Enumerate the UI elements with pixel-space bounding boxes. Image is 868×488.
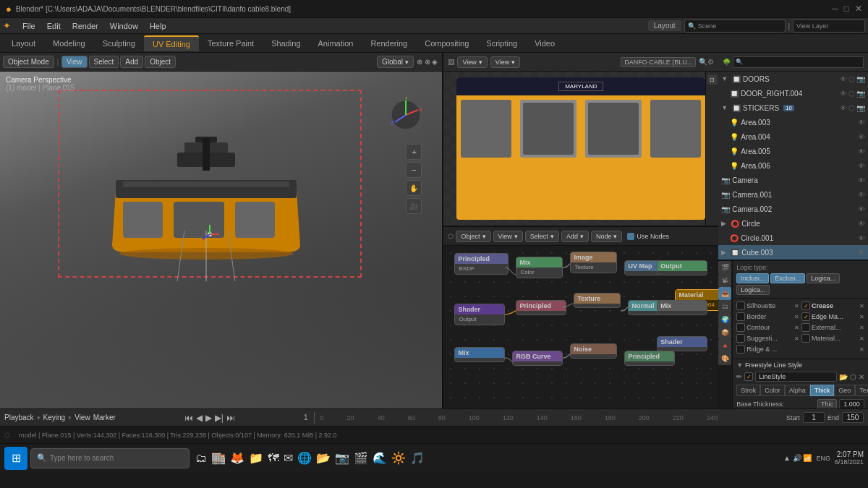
tab-animation[interactable]: Animation	[310, 36, 362, 51]
tab-modeling[interactable]: Modeling	[44, 36, 94, 51]
outliner-item-area003[interactable]: 💡 Area.003 👁	[718, 115, 868, 129]
node-box-right1[interactable]: Output	[657, 260, 707, 275]
eye-icon-c1[interactable]: 👁	[858, 191, 865, 199]
view-timeline[interactable]: View	[75, 414, 90, 421]
tab-compositing[interactable]: Compositing	[416, 36, 477, 51]
border-x[interactable]: ✕	[794, 314, 799, 320]
view-layer-search[interactable]: View Layer	[793, 20, 865, 33]
taskbar-task-icon[interactable]: 🗂	[195, 452, 207, 465]
external-checkbox[interactable]	[801, 323, 810, 332]
eye-icon-doors[interactable]: 👁	[840, 75, 847, 83]
outliner-item-stickers[interactable]: ▼ 🔲 STICKERS 10 👁⬡📷	[718, 100, 868, 115]
eye-icon-a5[interactable]: 👁	[858, 147, 865, 155]
edgema-checkbox[interactable]	[801, 312, 810, 321]
taskbar-files-icon[interactable]: 📂	[316, 451, 331, 465]
scene-search[interactable]: 🔍 Scene	[684, 20, 786, 33]
outliner-item-doors[interactable]: ▼ 🔲 DOORS 👁 ⬡ 📷	[718, 72, 868, 86]
lst-tab-alpha[interactable]: Alpha	[785, 385, 810, 396]
play-btn[interactable]: ▶	[205, 413, 212, 423]
node-box-12[interactable]: Principled	[624, 351, 675, 366]
eye-icon-c2[interactable]: 👁	[858, 205, 865, 213]
outliner-item-camera002[interactable]: 📷 Camera.002 👁	[718, 202, 868, 216]
node-box-7[interactable]: Texture	[574, 293, 621, 308]
lang-indicator[interactable]: ENG	[816, 455, 830, 462]
taskbar-edge-icon[interactable]: 🌊	[373, 451, 387, 465]
outliner-item-area004[interactable]: 💡 Area.004 👁	[718, 129, 868, 144]
node-box-3[interactable]: Image Texture	[570, 252, 617, 273]
base-thickness-val[interactable]: 1.000	[839, 399, 864, 408]
tab-sculpting[interactable]: Sculpting	[94, 36, 144, 51]
view-dropdown-uv[interactable]: View	[457, 56, 487, 68]
prop-scene-icon[interactable]: 🎬	[718, 261, 731, 274]
arrow-icon-dr[interactable]: ⬡	[848, 90, 855, 98]
cursor-icon-doors[interactable]: ⬡	[848, 75, 855, 83]
linestyle-x-btn[interactable]: ✕	[859, 373, 864, 381]
prop-mesh-icon[interactable]: 🔺	[718, 339, 731, 352]
lst-tab-textu[interactable]: Textu	[855, 385, 868, 396]
node-box-9[interactable]: Mix	[454, 347, 505, 362]
object-dropdown-node[interactable]: Object	[456, 231, 490, 242]
ridge-x[interactable]: ✕	[859, 346, 864, 353]
tag-logica2[interactable]: Logica...	[736, 285, 770, 295]
outliner-item-camera001[interactable]: 📷 Camera.001 👁	[718, 187, 868, 202]
add-btn[interactable]: Add	[120, 56, 143, 68]
object-btn-3d[interactable]: Object	[145, 56, 176, 68]
pan-btn[interactable]: ✋	[406, 180, 422, 196]
prop-material-icon[interactable]: 🎨	[718, 352, 731, 365]
node-box-right3[interactable]: Shader	[657, 336, 707, 351]
select-btn[interactable]: Select	[89, 56, 119, 68]
next-frame-btn[interactable]: ▶|	[215, 413, 224, 423]
prev-frame-btn[interactable]: ◀	[196, 413, 203, 423]
cam-icon-dr[interactable]: 📷	[856, 90, 865, 98]
menu-help[interactable]: Help	[144, 20, 172, 32]
image-name[interactable]: DANFO CABLE (BLU...	[621, 57, 696, 67]
node-dropdown-node[interactable]: Node	[591, 231, 623, 242]
taskbar-mail-icon[interactable]: ✉	[284, 451, 293, 465]
eye-icon-a4[interactable]: 👁	[858, 133, 865, 141]
material-checkbox[interactable]	[801, 334, 810, 343]
tag-inclusi[interactable]: Inclusi...	[736, 273, 769, 283]
eye-icon-cu3[interactable]: 👁	[858, 249, 865, 257]
node-box-6[interactable]: Principled	[516, 300, 566, 315]
maximize-btn[interactable]: □	[844, 4, 849, 14]
end-frame[interactable]: 150	[842, 412, 864, 423]
node-box-right2[interactable]: Mix	[657, 300, 707, 315]
tab-scripting[interactable]: Scripting	[477, 36, 526, 51]
prop-object-icon[interactable]: 📦	[718, 326, 731, 339]
select-dropdown-node[interactable]: Select	[525, 231, 559, 242]
tab-video[interactable]: Video	[526, 36, 563, 51]
tab-layout[interactable]: Layout	[3, 36, 44, 51]
render-icon-doors[interactable]: 📷	[856, 75, 865, 83]
eye-icon-a3[interactable]: 👁	[858, 119, 865, 127]
silhouette-checkbox[interactable]	[736, 301, 745, 310]
cam-icon-st[interactable]: 📷	[856, 104, 865, 112]
zoom-out-btn[interactable]: −	[406, 162, 422, 178]
node-box-10[interactable]: RGB Curve	[512, 351, 563, 366]
close-btn[interactable]: ✕	[855, 4, 862, 14]
use-nodes-checkbox[interactable]	[627, 233, 634, 240]
add-dropdown-node[interactable]: Add	[561, 231, 589, 242]
crease-checkbox[interactable]	[801, 301, 810, 310]
eye-icon-ci[interactable]: 👁	[858, 220, 865, 228]
node-box-5[interactable]: Shader Output	[454, 304, 505, 325]
outliner-item-cube003[interactable]: ▶ 🔲 Cube.003 👁	[718, 245, 868, 260]
tab-uv-editing[interactable]: UV Editing	[144, 35, 199, 51]
linestyle-name-field[interactable]: LineStyle	[755, 372, 837, 382]
border-checkbox[interactable]	[736, 312, 745, 321]
menu-window[interactable]: Window	[104, 20, 144, 32]
zoom-fit-btn[interactable]: ⊡	[707, 74, 718, 85]
outliner-item-area006[interactable]: 💡 Area.006 👁	[718, 158, 868, 173]
view-dropdown2-uv[interactable]: View	[490, 56, 520, 68]
taskbar-search[interactable]: 🔍 Type here to search	[30, 448, 190, 468]
tag-logica1[interactable]: Logica...	[807, 273, 840, 283]
linestyle-copy-icon[interactable]: ⬡	[850, 373, 856, 381]
edgema-x[interactable]: ✕	[859, 314, 864, 320]
silhouette-x[interactable]: ✕	[794, 303, 799, 309]
outliner-item-door-right[interactable]: 🔲 DOOR_RIGHT.004 👁⬡📷	[718, 86, 868, 100]
prop-output-icon[interactable]: 📤	[718, 287, 731, 300]
arrow-icon-st[interactable]: ⬡	[848, 104, 855, 112]
taskbar-store-icon[interactable]: 🏬	[211, 451, 226, 465]
outliner-item-camera[interactable]: 📷 Camera 👁	[718, 173, 868, 187]
taskbar-ps-icon[interactable]: 📷	[335, 451, 349, 465]
view-dropdown-node[interactable]: View	[493, 231, 523, 242]
